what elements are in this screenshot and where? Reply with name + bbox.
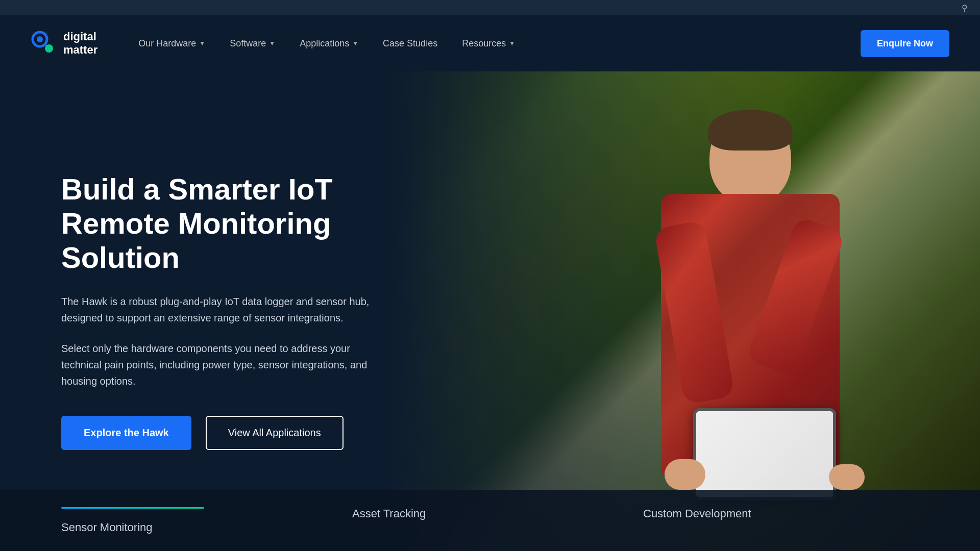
hero-person-illustration [572, 112, 929, 520]
bottom-categories-strip: Sensor Monitoring Asset Tracking Custom … [0, 490, 980, 551]
svg-line-3 [45, 44, 46, 45]
hero-description-2: Select only the hardware components you … [61, 340, 388, 389]
chevron-down-icon: ▼ [352, 40, 358, 47]
category-label: Sensor Monitoring [61, 521, 153, 534]
chevron-down-icon: ▼ [199, 40, 205, 47]
hero-description-1: The Hawk is a robust plug-and-play IoT d… [61, 293, 388, 326]
tablet-device [693, 408, 836, 500]
hero-content: Build a Smarter IoT Remote Monitoring So… [0, 172, 398, 449]
tablet-screen [696, 411, 833, 497]
explore-hawk-button[interactable]: Explore the Hawk [61, 416, 191, 450]
svg-point-1 [37, 36, 43, 42]
category-asset-tracking[interactable]: Asset Tracking [337, 507, 628, 534]
chevron-down-icon: ▼ [509, 40, 515, 47]
nav-item-software[interactable]: Software ▼ [230, 38, 275, 49]
logo-text: digital matter [63, 30, 97, 57]
hero-section: Build a Smarter IoT Remote Monitoring So… [0, 71, 980, 551]
hero-buttons: Explore the Hawk View All Applications [61, 416, 398, 450]
hero-title: Build a Smarter IoT Remote Monitoring So… [61, 172, 398, 274]
person-hand-right [829, 464, 865, 490]
top-bar: ⚲ [0, 0, 980, 15]
category-sensor-monitoring[interactable]: Sensor Monitoring [61, 507, 337, 534]
view-applications-button[interactable]: View All Applications [206, 416, 344, 450]
nav-item-case-studies[interactable]: Case Studies [383, 38, 437, 49]
nav-item-resources[interactable]: Resources ▼ [462, 38, 515, 49]
enquire-button[interactable]: Enquire Now [861, 30, 949, 57]
logo[interactable]: digital matter [31, 30, 97, 57]
category-bar [61, 507, 204, 509]
nav-item-hardware[interactable]: Our Hardware ▼ [138, 38, 205, 49]
category-custom-development[interactable]: Custom Development [628, 507, 919, 534]
svg-point-2 [45, 44, 53, 53]
category-label: Asset Tracking [352, 507, 426, 520]
category-label: Custom Development [643, 507, 751, 520]
nav-item-applications[interactable]: Applications ▼ [300, 38, 358, 49]
navbar: digital matter Our Hardware ▼ Software ▼… [0, 15, 980, 71]
chevron-down-icon: ▼ [269, 40, 275, 47]
search-icon[interactable]: ⚲ [962, 3, 968, 13]
bottom-categories: Sensor Monitoring Asset Tracking Custom … [0, 507, 980, 534]
person-hair [708, 110, 793, 151]
person-hand-left [665, 459, 705, 490]
nav-links: Our Hardware ▼ Software ▼ Applications ▼… [138, 38, 861, 49]
